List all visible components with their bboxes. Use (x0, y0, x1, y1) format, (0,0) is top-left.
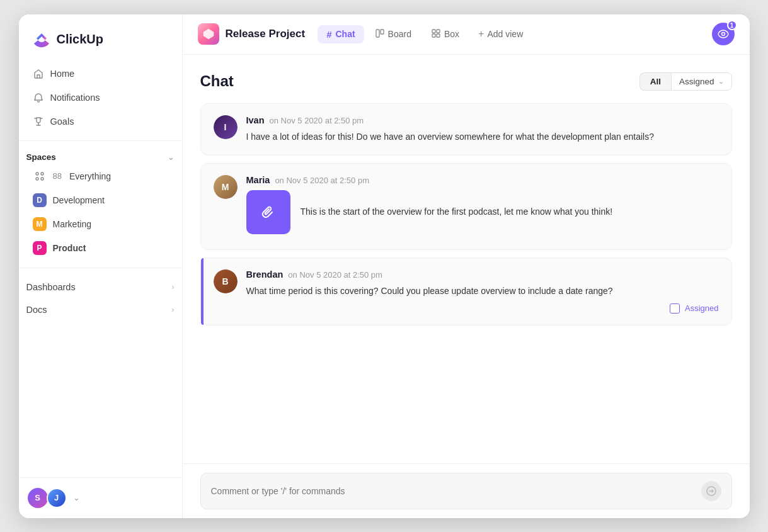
svg-rect-6 (432, 30, 435, 33)
clickup-logo-icon (32, 30, 52, 50)
watch-button[interactable]: 1 (712, 23, 735, 45)
add-view-label: Add view (487, 29, 523, 39)
message-content: Brendan on Nov 5 2020 at 2:50 pm What ti… (246, 269, 719, 314)
chat-area: Chat All Assigned ⌄ I (183, 55, 750, 463)
header-tabs: # Chat Board (318, 25, 711, 43)
development-badge: D (33, 193, 47, 207)
attachment-text: This is the start of the overview for th… (301, 205, 613, 219)
avatar-maria: M (214, 175, 238, 199)
dashboards-label: Dashboards (26, 282, 76, 292)
svg-point-1 (41, 173, 43, 175)
watch-badge: 1 (727, 20, 737, 30)
message-meta: Brendan on Nov 5 2020 at 2:50 pm (246, 269, 719, 280)
sidebar-item-development[interactable]: D Development (26, 188, 175, 212)
chat-header: Chat All Assigned ⌄ (200, 72, 732, 91)
svg-rect-7 (437, 30, 440, 33)
message-author: Brendan (246, 269, 284, 280)
everything-label: Everything (69, 171, 111, 181)
dropdown-arrow-icon: ⌄ (718, 77, 724, 86)
message-time: on Nov 5 2020 at 2:50 pm (270, 116, 364, 125)
attachment-icon[interactable] (246, 190, 290, 234)
sidebar: ClickUp Home Notific (19, 14, 183, 518)
marketing-label: Marketing (53, 219, 91, 229)
tab-board[interactable]: Board (367, 25, 420, 43)
comment-input-area (200, 473, 732, 509)
comment-input[interactable] (211, 486, 701, 496)
spaces-label: Spaces (26, 152, 56, 162)
tab-box[interactable]: Box (423, 25, 468, 43)
tab-chat[interactable]: # Chat (318, 25, 364, 43)
message-card: B Brendan on Nov 5 2020 at 2:50 pm What … (200, 258, 732, 325)
attachment-box: This is the start of the overview for th… (246, 190, 719, 234)
docs-label: Docs (26, 305, 47, 315)
svg-point-10 (721, 33, 725, 36)
board-icon (375, 29, 384, 40)
sidebar-item-product[interactable]: P Product (26, 236, 175, 260)
chevron-right-icon-2: › (171, 305, 174, 314)
sidebar-item-everything[interactable]: 88 Everything (26, 164, 175, 188)
app-container: ClickUp Home Notific (19, 14, 750, 518)
avatar-user-j[interactable]: J (47, 488, 67, 508)
project-title: Release Project (226, 28, 306, 40)
svg-point-3 (41, 178, 43, 180)
message-meta: Maria on Nov 5 2020 at 2:50 pm (246, 175, 719, 185)
marketing-badge: M (33, 217, 47, 231)
everything-count: 88 (53, 171, 62, 181)
home-icon (33, 68, 44, 79)
svg-rect-8 (432, 34, 435, 37)
home-label: Home (50, 69, 75, 79)
messages-list: I Ivan on Nov 5 2020 at 2:50 pm I have a… (200, 103, 732, 463)
assigned-checkbox[interactable] (670, 303, 680, 314)
message-content: Maria on Nov 5 2020 at 2:50 pm This is t… (246, 175, 719, 238)
footer-chevron-icon[interactable]: ⌄ (73, 493, 80, 502)
sidebar-item-notifications[interactable]: Notifications (26, 86, 175, 109)
sidebar-divider-2 (19, 268, 182, 268)
chat-title: Chat (200, 72, 234, 90)
sidebar-divider (19, 140, 182, 141)
sidebar-footer: S J ⌄ (19, 477, 182, 518)
message-meta: Ivan on Nov 5 2020 at 2:50 pm (246, 115, 719, 125)
tab-board-label: Board (388, 29, 411, 39)
message-text: What time period is this covering? Could… (246, 285, 719, 298)
bell-icon (33, 92, 44, 103)
sidebar-item-dashboards[interactable]: Dashboards › (19, 276, 182, 298)
avatar-user-s[interactable]: S (28, 488, 48, 508)
chat-filters: All Assigned ⌄ (639, 72, 732, 91)
message-time: on Nov 5 2020 at 2:50 pm (275, 176, 369, 185)
assigned-label: Assigned (685, 303, 718, 313)
message-text: I have a lot of ideas for this! Do we ha… (246, 130, 719, 144)
svg-rect-9 (437, 34, 440, 37)
spaces-header[interactable]: Spaces ⌄ (19, 149, 182, 164)
goals-label: Goals (50, 116, 74, 127)
comment-box (183, 463, 750, 518)
app-name: ClickUp (57, 32, 103, 47)
sidebar-item-home[interactable]: Home (26, 62, 175, 85)
sidebar-item-marketing[interactable]: M Marketing (26, 212, 175, 236)
hash-icon: # (326, 29, 331, 40)
assigned-row: Assigned (246, 303, 719, 314)
main-content: Release Project # Chat Board (183, 14, 750, 518)
chevron-down-icon: ⌄ (168, 152, 175, 162)
sidebar-item-goals[interactable]: Goals (26, 110, 175, 133)
filter-assigned-dropdown[interactable]: Assigned ⌄ (671, 72, 732, 91)
svg-rect-5 (381, 30, 384, 34)
message-content: Ivan on Nov 5 2020 at 2:50 pm I have a l… (246, 115, 719, 144)
avatar-ivan: I (214, 115, 238, 139)
box-grid-icon (432, 29, 440, 40)
add-view-button[interactable]: + Add view (471, 25, 530, 43)
message-author: Ivan (246, 115, 265, 125)
filter-all-button[interactable]: All (639, 72, 671, 91)
avatar-brendan: B (214, 269, 238, 293)
send-button[interactable] (701, 481, 721, 501)
plus-icon: + (478, 28, 484, 40)
tab-chat-label: Chat (335, 29, 355, 39)
project-icon (198, 23, 219, 45)
tab-box-label: Box (444, 29, 459, 39)
chevron-right-icon: › (171, 282, 174, 291)
sidebar-item-docs[interactable]: Docs › (19, 298, 182, 321)
product-badge: P (33, 241, 47, 255)
svg-point-0 (36, 173, 38, 175)
trophy-icon (33, 116, 44, 127)
message-card: M Maria on Nov 5 2020 at 2:50 pm (200, 163, 732, 250)
notifications-label: Notifications (50, 93, 100, 103)
